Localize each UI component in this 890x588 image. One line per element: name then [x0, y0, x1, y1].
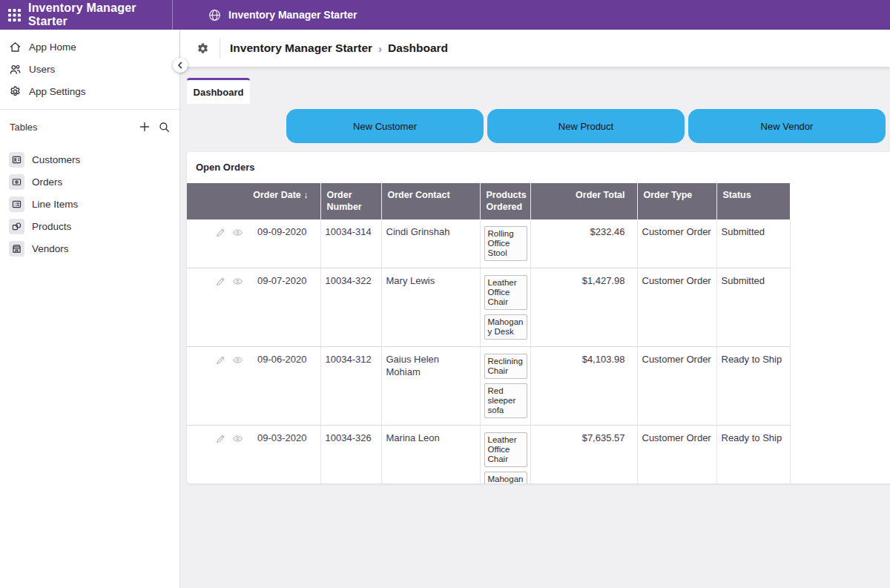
line-items-icon	[9, 196, 24, 212]
orders-table-body: 09-09-2020 10034-314 Cindi Grinshah Roll…	[187, 219, 790, 483]
order-date: 09-07-2020	[257, 275, 307, 288]
sidebar-item-app-home[interactable]: App Home	[0, 36, 179, 58]
products-ordered-cell: Leather Office ChairMahogany DeskRed sle…	[480, 426, 530, 483]
order-number: 10034-322	[320, 268, 381, 347]
column-header-order-number[interactable]: Order Number	[320, 183, 381, 219]
edit-icon[interactable]	[215, 276, 226, 287]
tab-label: Dashboard	[194, 87, 244, 98]
product-chip[interactable]: Leather Office Chair	[484, 432, 527, 467]
column-header-status[interactable]: Status	[716, 183, 790, 219]
order-number: 10034-312	[320, 347, 381, 426]
order-type: Customer Order	[637, 219, 716, 268]
sort-descending-icon: ↓	[303, 190, 308, 200]
sidebar-item-label: Users	[29, 64, 55, 75]
order-type: Customer Order	[637, 347, 716, 426]
sidebar-item-label: App Home	[29, 42, 76, 53]
order-status: Submitted	[716, 219, 790, 268]
tab-dashboard[interactable]: Dashboard	[187, 78, 250, 104]
view-icon[interactable]	[232, 276, 243, 287]
table-item-label: Products	[32, 221, 71, 232]
order-date-cell: 09-06-2020	[187, 347, 320, 426]
order-total: $1,427.98	[530, 268, 637, 347]
products-ordered-cell: Leather Office ChairMahogany Desk	[480, 268, 530, 347]
sidebar-item-users[interactable]: Users	[0, 58, 179, 80]
products-ordered-cell: Rolling Office Stool	[480, 219, 530, 268]
quick-action-buttons: New Customer New Product New Vendor	[180, 109, 890, 143]
order-date-cell: 09-07-2020	[187, 268, 320, 347]
page-content: Dashboard New Customer New Product New V…	[180, 67, 890, 588]
main-area: Inventory Manager Starter › Dashboard Da…	[180, 30, 890, 588]
product-chip[interactable]: Mahogany Desk	[484, 314, 527, 340]
view-icon[interactable]	[232, 227, 243, 238]
topbar-app-section: Inventory Manager Starter	[173, 0, 357, 30]
row-actions	[215, 276, 243, 287]
product-chip[interactable]: Rolling Office Stool	[484, 226, 527, 261]
edit-icon[interactable]	[215, 354, 226, 366]
column-header-order-date[interactable]: Order Date ↓	[187, 183, 320, 219]
search-icon[interactable]	[159, 122, 170, 133]
app-launcher-icon[interactable]	[8, 9, 21, 22]
products-icon	[9, 219, 24, 234]
product-chip[interactable]: Leather Office Chair	[484, 275, 527, 310]
column-header-order-type[interactable]: Order Type	[637, 183, 716, 219]
order-total: $7,635.57	[530, 426, 637, 483]
breadcrumb-root[interactable]: Inventory Manager Starter	[230, 42, 372, 55]
column-header-order-contact[interactable]: Order Contact	[381, 183, 480, 219]
order-total: $4,103.98	[530, 347, 637, 426]
sidebar-table-orders[interactable]: Orders	[0, 171, 179, 193]
order-type: Customer Order	[637, 268, 716, 347]
order-status: Ready to Ship	[716, 426, 790, 483]
new-customer-button[interactable]: New Customer	[286, 109, 484, 143]
product-chip[interactable]: Mahogany Desk	[484, 472, 527, 483]
order-date: 09-06-2020	[257, 354, 307, 366]
order-total: $232.46	[530, 219, 637, 268]
view-icon[interactable]	[232, 354, 243, 366]
app-title: Inventory Manager Starter	[228, 9, 357, 21]
order-type: Customer Order	[637, 426, 716, 483]
tables-label: Tables	[10, 122, 131, 133]
view-icon[interactable]	[232, 433, 243, 444]
new-vendor-button[interactable]: New Vendor	[688, 109, 886, 143]
row-actions	[215, 433, 243, 444]
sidebar-table-products[interactable]: Products	[0, 215, 179, 237]
breadcrumb-current: Dashboard	[388, 42, 448, 55]
product-title: Inventory Manager Starter	[28, 1, 172, 28]
products-ordered-cell: Reclining ChairRed sleeper sofa	[480, 347, 530, 426]
add-table-icon[interactable]	[139, 122, 150, 132]
sidebar-table-customers[interactable]: Customers	[0, 148, 179, 171]
orders-table-header: Order Date ↓ Order Number Order Contact …	[187, 183, 790, 219]
order-status: Submitted	[716, 268, 790, 347]
sidebar-table-line-items[interactable]: Line Items	[0, 193, 179, 215]
product-chip[interactable]: Reclining Chair	[484, 354, 527, 379]
table-row: 09-06-2020 10034-312 Gaius Helen Mohiam …	[187, 347, 790, 426]
sidebar: App Home Users App Settings Tables	[0, 30, 180, 588]
tables-section-header: Tables	[0, 114, 179, 139]
product-chip[interactable]: Red sleeper sofa	[484, 383, 527, 418]
column-header-products-ordered[interactable]: Products Ordered	[480, 183, 530, 219]
orders-icon	[9, 174, 24, 190]
edit-icon[interactable]	[215, 433, 226, 444]
order-date-cell: 09-03-2020	[187, 426, 320, 483]
order-date: 09-09-2020	[257, 226, 307, 239]
sidebar-collapse-button[interactable]	[173, 58, 188, 73]
order-date: 09-03-2020	[257, 432, 307, 445]
table-item-label: Customers	[32, 154, 80, 165]
sidebar-item-app-settings[interactable]: App Settings	[0, 80, 179, 102]
sidebar-divider	[0, 109, 179, 110]
tables-list: Customers Orders Line Items	[0, 148, 179, 260]
breadcrumb-separator-icon: ›	[378, 42, 382, 55]
new-product-button[interactable]: New Product	[487, 109, 685, 143]
settings-gear-icon[interactable]	[197, 42, 209, 55]
breadcrumb-divider	[220, 39, 220, 58]
column-header-order-total[interactable]: Order Total	[530, 183, 637, 219]
globe-icon	[208, 9, 221, 22]
table-row: 09-03-2020 10034-326 Marina Leon Leather…	[187, 426, 790, 483]
gear-icon	[9, 85, 22, 98]
topbar-product-section: Inventory Manager Starter	[0, 0, 173, 30]
sidebar-table-vendors[interactable]: Vendors	[0, 237, 179, 260]
row-actions	[215, 354, 243, 366]
edit-icon[interactable]	[215, 227, 226, 238]
tab-bar: Dashboard	[180, 67, 890, 104]
vendors-icon	[9, 241, 24, 257]
table-row: 09-09-2020 10034-314 Cindi Grinshah Roll…	[187, 219, 790, 268]
